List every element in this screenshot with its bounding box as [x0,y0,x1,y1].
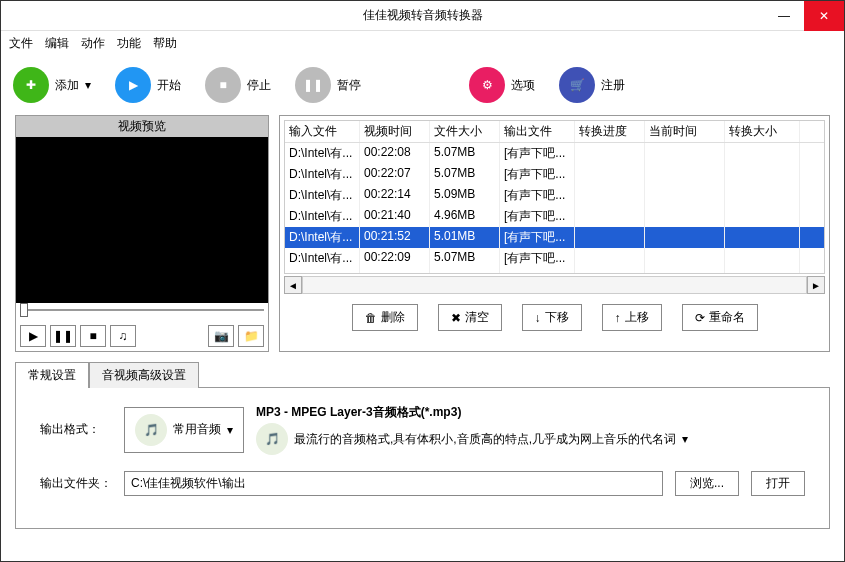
format-combo[interactable]: 🎵 常用音频 ▾ [124,407,244,453]
menu-action[interactable]: 动作 [81,35,105,52]
start-button[interactable]: ▶ 开始 [115,67,181,103]
table-body: D:\Intel\有...00:22:085.07MB[有声下吧...D:\In… [285,143,824,273]
stop-button-small[interactable]: ■ [80,325,106,347]
table-row[interactable]: D:\Intel\有...00:22:145.09MB[有声下吧... [285,185,824,206]
col-size[interactable]: 文件大小 [430,121,500,142]
table-row[interactable]: D:\Intel\有...00:22:075.07MB[有声下吧... [285,269,824,274]
menu-help[interactable]: 帮助 [153,35,177,52]
format-label: 输出格式： [40,421,112,438]
col-input[interactable]: 输入文件 [285,121,360,142]
menu-file[interactable]: 文件 [9,35,33,52]
audio-button[interactable]: ♫ [110,325,136,347]
seek-slider[interactable] [16,303,268,321]
browse-button[interactable]: 浏览... [675,471,739,496]
delete-button[interactable]: 🗑删除 [352,304,418,331]
col-progress[interactable]: 转换进度 [575,121,645,142]
add-button[interactable]: ✚ 添加 ▾ [13,67,91,103]
menu-edit[interactable]: 编辑 [45,35,69,52]
file-list-panel: 输入文件 视频时间 文件大小 输出文件 转换进度 当前时间 转换大小 D:\In… [279,115,830,352]
play-button[interactable]: ▶ [20,325,46,347]
preview-title: 视频预览 [16,116,268,137]
chevron-down-icon[interactable]: ▾ [682,432,688,446]
folder-button[interactable]: 📁 [238,325,264,347]
table-row[interactable]: D:\Intel\有...00:21:525.01MB[有声下吧... [285,227,824,248]
table-row[interactable]: D:\Intel\有...00:22:085.07MB[有声下吧... [285,143,824,164]
format-title: MP3 - MPEG Layer-3音频格式(*.mp3) [256,404,805,421]
video-preview-area [16,137,268,303]
scroll-left-icon[interactable]: ◄ [284,276,302,294]
tab-general[interactable]: 常规设置 [15,362,89,388]
stop-button[interactable]: ■ 停止 [205,67,271,103]
minimize-button[interactable]: — [764,1,804,31]
toolbar: ✚ 添加 ▾ ▶ 开始 ■ 停止 ❚❚ 暂停 ⚙ 选项 🛒 注册 [1,55,844,115]
rename-button[interactable]: ⟳重命名 [682,304,758,331]
music-disc-icon: 🎵 [256,423,288,455]
format-description: MP3 - MPEG Layer-3音频格式(*.mp3) 🎵 最流行的音频格式… [256,404,805,455]
refresh-icon: ⟳ [695,311,705,325]
scroll-right-icon[interactable]: ► [807,276,825,294]
table-row[interactable]: D:\Intel\有...00:22:075.07MB[有声下吧... [285,164,824,185]
col-output[interactable]: 输出文件 [500,121,575,142]
pause-icon: ❚❚ [295,67,331,103]
pause-button[interactable]: ❚❚ 暂停 [295,67,361,103]
table-header: 输入文件 视频时间 文件大小 输出文件 转换进度 当前时间 转换大小 [285,121,824,143]
pause-button-small[interactable]: ❚❚ [50,325,76,347]
options-button[interactable]: ⚙ 选项 [469,67,535,103]
window-title: 佳佳视频转音频转换器 [363,7,483,24]
file-table: 输入文件 视频时间 文件大小 输出文件 转换进度 当前时间 转换大小 D:\In… [284,120,825,274]
title-bar: 佳佳视频转音频转换器 — ✕ [1,1,844,31]
gear-icon: ⚙ [469,67,505,103]
col-curtime[interactable]: 当前时间 [645,121,725,142]
cart-icon: 🛒 [559,67,595,103]
stop-icon: ■ [205,67,241,103]
chevron-down-icon: ▾ [227,423,233,437]
menu-function[interactable]: 功能 [117,35,141,52]
col-outsize[interactable]: 转换大小 [725,121,800,142]
play-icon: ▶ [115,67,151,103]
plus-icon: ✚ [13,67,49,103]
output-folder-input[interactable]: C:\佳佳视频软件\输出 [124,471,663,496]
clear-button[interactable]: ✖清空 [438,304,502,331]
menu-bar: 文件 编辑 动作 功能 帮助 [1,31,844,55]
x-icon: ✖ [451,311,461,325]
col-duration[interactable]: 视频时间 [360,121,430,142]
music-disc-icon: 🎵 [135,414,167,446]
trash-icon: 🗑 [365,311,377,325]
snapshot-button[interactable]: 📷 [208,325,234,347]
chevron-down-icon: ▾ [85,78,91,92]
folder-label: 输出文件夹： [40,475,112,492]
arrow-down-icon: ↓ [535,311,541,325]
settings-tabs: 常规设置 音视频高级设置 [15,362,830,388]
moveup-button[interactable]: ↑上移 [602,304,662,331]
open-button[interactable]: 打开 [751,471,805,496]
arrow-up-icon: ↑ [615,311,621,325]
tab-advanced[interactable]: 音视频高级设置 [89,362,199,388]
table-row[interactable]: D:\Intel\有...00:22:095.07MB[有声下吧... [285,248,824,269]
table-row[interactable]: D:\Intel\有...00:21:404.96MB[有声下吧... [285,206,824,227]
register-button[interactable]: 🛒 注册 [559,67,625,103]
preview-panel: 视频预览 ▶ ❚❚ ■ ♫ 📷 📁 [15,115,269,352]
movedown-button[interactable]: ↓下移 [522,304,582,331]
close-button[interactable]: ✕ [804,1,844,31]
horizontal-scrollbar[interactable]: ◄ ► [284,276,825,294]
